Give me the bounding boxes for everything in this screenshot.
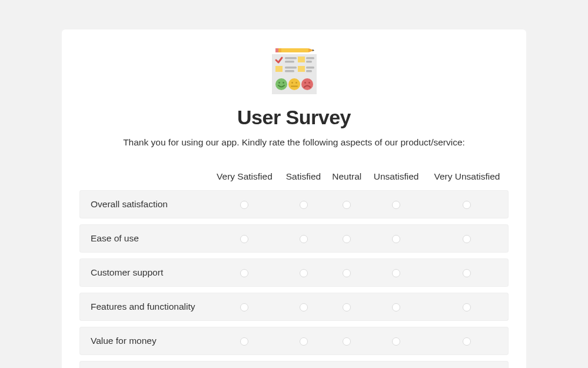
rating-radio[interactable] <box>300 235 308 243</box>
survey-row-label: Overall satisfaction <box>79 190 209 218</box>
survey-option-cell <box>209 293 280 321</box>
survey-row: Value for money <box>79 327 509 355</box>
scale-header: Unsatisfied <box>367 168 426 184</box>
rating-radio[interactable] <box>392 201 400 209</box>
survey-option-cell <box>367 327 426 355</box>
survey-card: User Survey Thank you for using our app.… <box>62 29 526 368</box>
svg-rect-0 <box>278 48 308 52</box>
survey-option-cell <box>426 258 509 287</box>
survey-option-cell <box>280 293 327 321</box>
survey-option-cell <box>367 361 426 368</box>
survey-option-cell <box>280 224 327 253</box>
survey-option-cell <box>280 190 327 218</box>
svg-rect-9 <box>285 57 297 59</box>
rating-radio[interactable] <box>392 303 400 311</box>
survey-row: Ease of use <box>79 224 509 253</box>
scale-header: Neutral <box>327 168 367 184</box>
survey-row: Reliability and uptime <box>79 361 509 368</box>
survey-option-cell <box>327 224 367 253</box>
survey-option-cell <box>367 190 426 218</box>
svg-point-17 <box>275 78 287 90</box>
svg-rect-4 <box>275 48 278 52</box>
survey-header: User Survey Thank you for using our app.… <box>79 47 509 148</box>
survey-row: Features and functionality <box>79 293 509 321</box>
survey-option-cell <box>327 327 367 355</box>
survey-row-label: Value for money <box>79 327 209 355</box>
svg-point-21 <box>291 82 293 84</box>
svg-rect-10 <box>285 61 294 63</box>
survey-option-cell <box>209 190 280 218</box>
page-subtitle: Thank you for using our app. Kindly rate… <box>79 137 509 148</box>
rating-radio[interactable] <box>240 303 248 311</box>
rating-radio[interactable] <box>343 201 351 209</box>
rating-radio[interactable] <box>240 269 248 277</box>
survey-icon <box>267 47 321 97</box>
svg-rect-16 <box>306 70 312 72</box>
rating-radio[interactable] <box>343 269 351 277</box>
rating-radio[interactable] <box>240 235 248 243</box>
survey-row-label: Reliability and uptime <box>79 361 209 368</box>
survey-row-label: Ease of use <box>79 224 209 253</box>
rating-radio[interactable] <box>343 235 351 243</box>
svg-point-18 <box>278 82 280 84</box>
svg-rect-13 <box>285 67 297 69</box>
rating-radio[interactable] <box>463 201 471 209</box>
survey-option-cell <box>367 293 426 321</box>
survey-option-cell <box>327 190 367 218</box>
survey-option-cell <box>209 258 280 287</box>
rating-radio[interactable] <box>300 201 308 209</box>
svg-point-22 <box>295 82 297 84</box>
scale-header: Satisfied <box>280 168 327 184</box>
survey-option-cell <box>209 327 280 355</box>
rating-radio[interactable] <box>392 337 400 346</box>
survey-option-cell <box>426 361 509 368</box>
survey-row: Overall satisfaction <box>79 190 509 218</box>
rating-radio[interactable] <box>240 201 248 209</box>
svg-rect-12 <box>306 61 312 63</box>
svg-point-19 <box>283 82 284 84</box>
rating-radio[interactable] <box>240 337 248 346</box>
rating-radio[interactable] <box>463 337 471 346</box>
rating-radio[interactable] <box>392 269 400 277</box>
page-title: User Survey <box>79 106 509 129</box>
svg-point-25 <box>304 82 306 84</box>
survey-option-cell <box>367 224 426 253</box>
survey-table: Very Satisfied Satisfied Neutral Unsatis… <box>79 162 509 368</box>
scale-header: Very Unsatisfied <box>426 168 509 184</box>
rating-radio[interactable] <box>343 337 351 346</box>
rating-radio[interactable] <box>300 337 308 346</box>
survey-option-cell <box>280 327 327 355</box>
survey-option-cell <box>327 293 367 321</box>
survey-option-cell <box>426 224 509 253</box>
survey-option-cell <box>209 224 280 253</box>
survey-row-label: Features and functionality <box>79 293 209 321</box>
svg-point-26 <box>308 82 310 84</box>
scale-header-blank <box>79 168 209 184</box>
svg-rect-15 <box>306 67 314 69</box>
svg-rect-8 <box>298 66 305 72</box>
survey-option-cell <box>426 327 509 355</box>
survey-option-cell <box>426 190 509 218</box>
survey-row-label: Customer support <box>79 258 209 287</box>
scale-header: Very Satisfied <box>209 168 280 184</box>
survey-option-cell <box>280 258 327 287</box>
rating-radio[interactable] <box>300 303 308 311</box>
rating-radio[interactable] <box>392 235 400 243</box>
svg-point-20 <box>288 78 300 90</box>
svg-marker-3 <box>313 49 314 51</box>
survey-row: Customer support <box>79 258 509 287</box>
rating-radio[interactable] <box>300 269 308 277</box>
rating-radio[interactable] <box>463 303 471 311</box>
survey-option-cell <box>327 361 367 368</box>
svg-rect-14 <box>285 70 294 72</box>
svg-point-24 <box>301 78 313 90</box>
rating-radio[interactable] <box>463 269 471 277</box>
survey-option-cell <box>280 361 327 368</box>
rating-radio[interactable] <box>343 303 351 311</box>
svg-rect-6 <box>298 57 305 62</box>
survey-option-cell <box>209 361 280 368</box>
survey-option-cell <box>327 258 367 287</box>
rating-radio[interactable] <box>463 235 471 243</box>
survey-option-cell <box>426 293 509 321</box>
svg-rect-11 <box>306 57 314 59</box>
